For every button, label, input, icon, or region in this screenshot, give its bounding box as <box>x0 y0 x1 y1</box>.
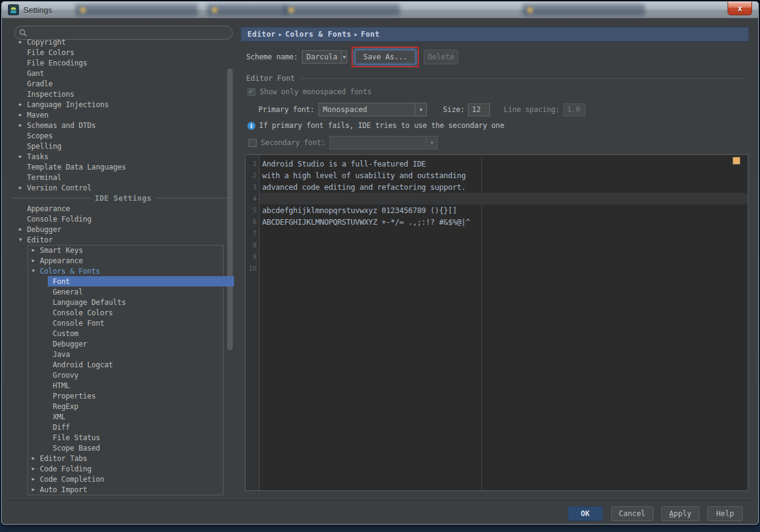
sidebar-item-custom[interactable]: Custom <box>48 328 234 339</box>
sidebar-item-inspections[interactable]: Inspections <box>17 89 234 99</box>
show-monospaced-checkbox[interactable] <box>247 88 255 96</box>
tree-section-label: IDE Settings <box>95 194 152 203</box>
sidebar-item-maven[interactable]: ▶Maven <box>17 110 234 120</box>
sidebar-item-debugger[interactable]: Debugger <box>48 339 234 349</box>
search-input[interactable] <box>14 26 233 40</box>
sidebar-item-console-font[interactable]: Console Font <box>48 318 234 328</box>
breadcrumb-item-colors-fonts[interactable]: Colors & Fonts <box>285 30 352 39</box>
ok-button[interactable]: OK <box>568 506 603 521</box>
sidebar-item-schemas-and-dtds[interactable]: ▶Schemas and DTDs <box>17 120 234 130</box>
chevron-right-icon[interactable]: ▶ <box>30 258 40 263</box>
editor-gutter: 12345678910 <box>246 155 260 490</box>
delete-button[interactable]: Delete <box>424 50 458 64</box>
chevron-right-icon[interactable]: ▶ <box>17 122 27 128</box>
line-number: 10 <box>246 263 259 274</box>
line-spacing-label: Line spacing: <box>503 105 559 114</box>
tree-item-label: Language Injections <box>27 100 108 109</box>
preview-code-line: abcdefghijklmnopqrstuvwxyz 0123456789 ()… <box>260 204 748 216</box>
sidebar-item-console-colors[interactable]: Console Colors <box>48 307 234 318</box>
close-button[interactable]: x <box>728 2 752 15</box>
sidebar-item-language-injections[interactable]: ▶Language Injections <box>17 99 234 110</box>
background-icon-blur <box>288 7 294 13</box>
sidebar-item-copyright[interactable]: ▶Copyright <box>17 39 234 47</box>
breadcrumb-item-editor[interactable]: Editor <box>247 30 276 39</box>
chevron-right-icon[interactable]: ▶ <box>17 185 27 190</box>
error-stripe-mark[interactable] <box>732 157 740 165</box>
tree-item-label: Console Folding <box>27 215 91 223</box>
sidebar-item-code-folding[interactable]: ▶Code Folding <box>30 463 234 474</box>
secondary-font-combo[interactable]: ▼ <box>329 136 438 149</box>
sidebar-item-font[interactable]: Font <box>48 276 234 287</box>
background-window-blur <box>207 4 287 16</box>
chevron-right-icon[interactable]: ▶ <box>30 247 40 253</box>
sidebar-item-file-encodings[interactable]: File Encodings <box>17 58 234 68</box>
sidebar-item-colors-fonts[interactable]: ▼Colors & Fonts <box>30 266 234 276</box>
sidebar-item-file-colors[interactable]: File Colors <box>17 47 234 58</box>
sidebar-item-appearance[interactable]: Appearance <box>17 203 234 214</box>
sidebar-item-language-defaults[interactable]: Language Defaults <box>48 297 234 307</box>
sidebar-item-properties[interactable]: Properties <box>48 391 234 401</box>
sidebar-item-auto-import[interactable]: ▶Auto Import <box>30 484 234 495</box>
sidebar-item-android-logcat[interactable]: Android Logcat <box>48 359 234 370</box>
chevron-right-icon[interactable]: ▶ <box>17 154 27 159</box>
tree-item-label: Appearance <box>40 257 83 265</box>
sidebar-item-editor[interactable]: ▼Editor <box>17 234 234 245</box>
chevron-right-icon[interactable]: ▶ <box>17 112 27 118</box>
help-button[interactable]: Help <box>707 506 743 521</box>
save-as-button[interactable]: Save As... <box>355 50 416 64</box>
line-number: 6 <box>246 216 259 228</box>
sidebar-item-gradle[interactable]: Gradle <box>17 78 234 89</box>
title-bar[interactable]: Settings x <box>2 2 758 18</box>
sidebar-item-code-completion[interactable]: ▶Code Completion <box>30 474 234 484</box>
chevron-right-icon[interactable]: ▶ <box>17 227 27 232</box>
cancel-button[interactable]: Cancel <box>611 506 653 521</box>
sidebar-item-scope-based[interactable]: Scope Based <box>48 443 234 453</box>
sidebar-item-spelling[interactable]: Spelling <box>17 141 234 151</box>
chevron-down-icon[interactable]: ▼ <box>17 237 27 242</box>
sidebar-item-java[interactable]: Java <box>48 349 234 359</box>
size-field[interactable]: 12 <box>468 103 490 116</box>
sidebar-item-debugger[interactable]: ▶Debugger <box>17 224 234 234</box>
tree-item-label: Smart Keys <box>40 246 83 255</box>
sidebar-item-regexp[interactable]: RegExp <box>48 401 234 411</box>
sidebar-item-gant[interactable]: Gant <box>17 68 234 78</box>
sidebar-item-diff[interactable]: Diff <box>48 422 234 432</box>
sidebar-item-scopes[interactable]: Scopes <box>17 130 234 141</box>
editor-font-group-header: Editor Font <box>246 73 746 83</box>
chevron-down-icon[interactable]: ▼ <box>426 137 437 149</box>
sidebar-item-html[interactable]: HTML <box>48 380 234 391</box>
sidebar-item-editor-tabs[interactable]: ▶Editor Tabs <box>30 453 234 463</box>
sidebar-item-version-control[interactable]: ▶Version Control <box>17 182 234 193</box>
chevron-right-icon[interactable]: ▶ <box>30 487 40 492</box>
chevron-down-icon[interactable]: ▼ <box>415 103 426 116</box>
breadcrumb-item-font[interactable]: Font <box>361 30 380 39</box>
chevron-right-icon[interactable]: ▶ <box>17 102 27 107</box>
apply-button[interactable]: Apply <box>661 506 699 521</box>
sidebar-item-appearance[interactable]: ▶Appearance <box>30 255 234 266</box>
sidebar-item-template-data-languages[interactable]: Template Data Languages <box>17 162 234 172</box>
chevron-right-icon[interactable]: ▶ <box>30 476 40 482</box>
font-preview-editor[interactable]: 12345678910 Android Studio is a full-fea… <box>245 154 748 491</box>
sidebar-item-file-status[interactable]: File Status <box>48 432 234 443</box>
tree-item-label: Copyright <box>27 39 66 47</box>
chevron-down-icon[interactable]: ▼ <box>30 268 40 274</box>
line-spacing-field[interactable]: 1.0 <box>563 103 585 116</box>
editor-code-area[interactable]: Android Studio is a full-featured IDEwit… <box>260 155 748 490</box>
sidebar-item-console-folding[interactable]: Console Folding <box>17 214 234 224</box>
sidebar-item-tasks[interactable]: ▶Tasks <box>17 151 234 162</box>
chevron-right-icon[interactable]: ▶ <box>17 39 27 45</box>
sidebar-item-general[interactable]: General <box>48 287 234 297</box>
chevron-right-icon[interactable]: ▶ <box>30 455 40 461</box>
scheme-combo[interactable]: Darcula ▼ <box>302 50 347 64</box>
scheme-combo-value: Darcula <box>303 53 341 61</box>
sidebar-item-terminal[interactable]: Terminal <box>17 172 234 182</box>
sidebar-item-xml[interactable]: XML <box>48 411 234 422</box>
secondary-font-checkbox[interactable] <box>249 139 257 147</box>
tree-item-label: Debugger <box>27 225 61 234</box>
sidebar-item-groovy[interactable]: Groovy <box>48 370 234 380</box>
sidebar-item-smart-keys[interactable]: ▶Smart Keys <box>30 245 234 255</box>
chevron-down-icon[interactable]: ▼ <box>341 51 347 63</box>
preview-code-line: advanced code editing and refactoring su… <box>260 181 748 193</box>
chevron-right-icon[interactable]: ▶ <box>30 466 40 471</box>
primary-font-combo[interactable]: Monospaced ▼ <box>318 103 427 116</box>
